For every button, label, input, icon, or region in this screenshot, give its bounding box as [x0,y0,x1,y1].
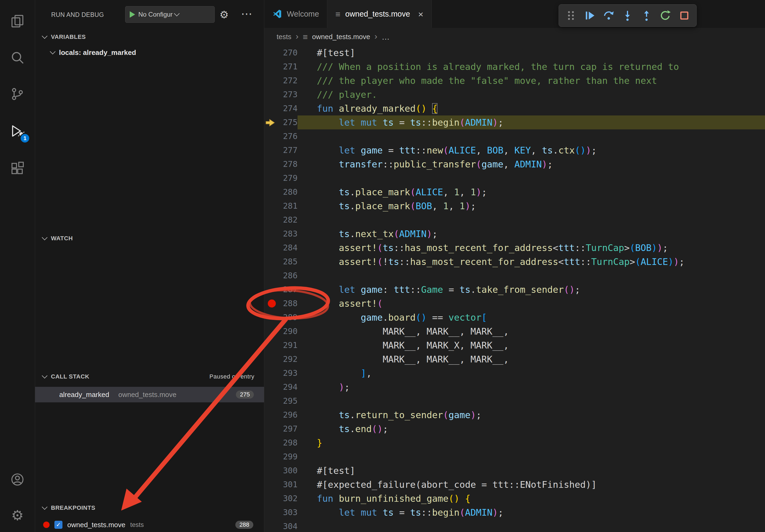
code-text[interactable]: let game = ttt::new(ALICE, BOB, KEY, ts.… [298,143,765,157]
code-line-304[interactable]: 304 [264,519,765,532]
breakpoint-list-item[interactable]: ✓ owned_tests.move tests 288 [35,518,264,532]
code-line-286[interactable]: 286 [264,269,765,283]
gutter[interactable] [264,519,277,532]
start-debug-icon[interactable] [130,11,135,18]
code-text[interactable]: /// player. [298,88,765,102]
stop-icon[interactable] [678,10,690,21]
toolbar-gripper-icon[interactable] [565,10,577,21]
account-icon[interactable] [10,472,25,487]
code-text[interactable] [298,213,765,227]
code-text[interactable] [298,519,765,532]
tab-welcome[interactable]: Welcome [264,0,327,28]
code-text[interactable]: assert!(!ts::has_most_recent_for_address… [298,255,765,269]
call-stack-section-header[interactable]: CALL STACK Paused on entry [35,369,264,384]
code-line-285[interactable]: 285 assert!(!ts::has_most_recent_for_add… [264,255,765,269]
gutter[interactable] [264,505,277,519]
code-text[interactable]: let mut ts = ts::begin(ADMIN); [298,116,765,130]
gutter[interactable] [264,422,277,436]
code-text[interactable]: let mut ts = ts::begin(ADMIN); [298,505,765,519]
code-line-298[interactable]: 298} [264,436,765,450]
source-control-icon[interactable] [10,87,25,101]
gutter[interactable] [264,143,277,157]
gutter[interactable] [264,324,277,338]
gutter[interactable] [264,241,277,255]
code-line-283[interactable]: 283 ts.next_tx(ADMIN); [264,227,765,241]
restart-icon[interactable] [659,10,671,21]
code-line-301[interactable]: 301#[expected_failure(abort_code = ttt::… [264,478,765,492]
breakpoint-gutter-dot[interactable] [264,297,277,311]
gutter[interactable] [264,450,277,464]
watch-section-header[interactable]: WATCH [35,231,264,246]
code-text[interactable]: ); [298,380,765,394]
variables-section-header[interactable]: VARIABLES [35,30,264,45]
extensions-icon[interactable] [10,161,25,176]
code-line-299[interactable]: 299 [264,450,765,464]
code-line-276[interactable]: 276 [264,130,765,143]
tab-owned-tests[interactable]: ≡ owned_tests.move × [327,0,431,28]
code-line-277[interactable]: 277 let game = ttt::new(ALICE, BOB, KEY,… [264,143,765,157]
step-over-icon[interactable] [603,10,615,21]
code-text[interactable]: let game: ttt::Game = ts.take_from_sende… [298,283,765,297]
gutter[interactable] [264,366,277,380]
step-out-icon[interactable] [641,10,652,21]
breakpoint-checkbox[interactable]: ✓ [54,521,62,529]
code-text[interactable] [298,171,765,185]
code-line-290[interactable]: 290 MARK__, MARK__, MARK__, [264,324,765,338]
code-line-272[interactable]: 272/// the player who made the "false" m… [264,74,765,88]
gutter[interactable] [264,436,277,450]
code-text[interactable]: transfer::public_transfer(game, ADMIN); [298,157,765,171]
code-text[interactable]: #[expected_failure(abort_code = ttt::ENo… [298,478,765,492]
breakpoints-section-header[interactable]: BREAKPOINTS [35,500,264,515]
gutter[interactable] [264,60,277,74]
code-line-292[interactable]: 292 MARK__, MARK__, MARK__, [264,352,765,366]
code-text[interactable] [298,450,765,464]
code-text[interactable]: fun burn_unfinished_game() { [298,492,765,505]
code-line-296[interactable]: 296 ts.return_to_sender(game); [264,408,765,422]
gutter[interactable] [264,269,277,283]
code-line-274[interactable]: 274fun already_marked() { [264,102,765,116]
code-text[interactable] [298,394,765,408]
code-line-279[interactable]: 279 [264,171,765,185]
code-line-302[interactable]: 302fun burn_unfinished_game() { [264,492,765,505]
gutter[interactable] [264,408,277,422]
code-line-294[interactable]: 294 ); [264,380,765,394]
code-text[interactable]: assert!( [298,297,765,311]
code-line-295[interactable]: 295 [264,394,765,408]
gutter[interactable] [264,199,277,213]
code-line-282[interactable]: 282 [264,213,765,227]
gutter[interactable] [264,394,277,408]
code-line-300[interactable]: 300#[test] [264,464,765,478]
code-line-303[interactable]: 303 let mut ts = ts::begin(ADMIN); [264,505,765,519]
debug-settings-gear-icon[interactable]: ⚙ [220,0,229,30]
gutter[interactable] [264,88,277,102]
breadcrumb-file[interactable]: owned_tests.move [312,33,370,41]
code-line-270[interactable]: 270#[test] [264,46,765,60]
settings-gear-icon[interactable]: ⚙ [11,508,24,522]
search-icon[interactable] [10,50,25,65]
debug-config-dropdown[interactable]: No Configur [125,6,215,23]
code-text[interactable]: /// When a position is already marked, t… [298,60,765,74]
close-tab-icon[interactable]: × [418,10,423,19]
code-text[interactable]: } [298,436,765,450]
gutter[interactable] [264,478,277,492]
breadcrumb-more[interactable]: … [382,32,390,42]
gutter[interactable] [264,283,277,297]
gutter[interactable] [264,46,277,60]
gutter[interactable] [264,464,277,478]
gutter[interactable] [264,255,277,269]
gutter[interactable] [264,185,277,199]
step-into-icon[interactable] [622,10,633,21]
code-text[interactable]: MARK__, MARK__, MARK__, [298,352,765,366]
code-text[interactable]: ts.return_to_sender(game); [298,408,765,422]
gutter[interactable] [264,492,277,505]
variables-locals-row[interactable]: locals: already_marked [35,45,264,60]
code-text[interactable]: ts.end(); [298,422,765,436]
code-text[interactable] [298,269,765,283]
code-line-293[interactable]: 293 ], [264,366,765,380]
gutter[interactable] [264,380,277,394]
code-line-297[interactable]: 297 ts.end(); [264,422,765,436]
code-text[interactable]: game.board() == vector[ [298,311,765,324]
code-text[interactable]: MARK__, MARK__, MARK__, [298,324,765,338]
code-text[interactable]: MARK__, MARK_X, MARK__, [298,338,765,352]
gutter[interactable] [264,74,277,88]
